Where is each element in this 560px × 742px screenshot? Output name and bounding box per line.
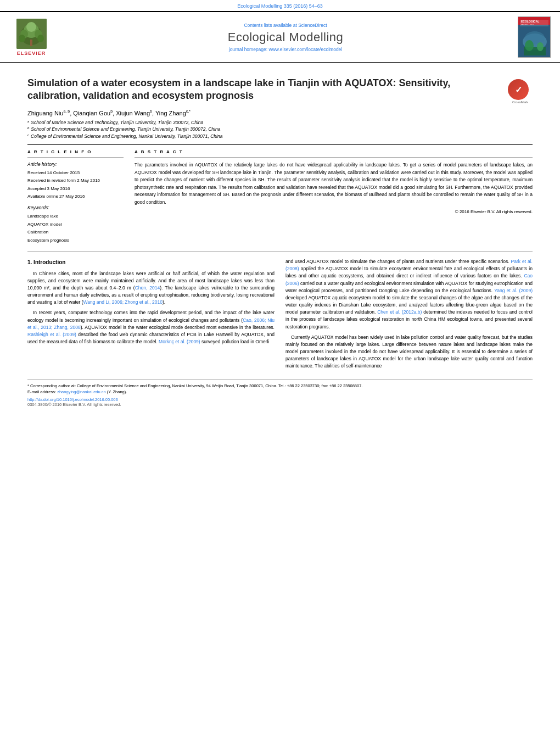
keyword-1: Landscape lake: [27, 213, 124, 220]
keywords-list: Landscape lake AQUATOX model Calibration…: [27, 213, 124, 244]
history-label: Article history:: [27, 161, 124, 167]
body-right-column: and used AQUATOX model to simulate the c…: [285, 258, 533, 373]
svg-point-18: [537, 42, 544, 51]
doi-copyright: 0304-3800/© 2016 Elsevier B.V. All right…: [27, 402, 121, 407]
affiliation-c: c College of Environmental Science and E…: [27, 133, 533, 140]
journal-cover-image: ECOLOGICAL MODELLING: [515, 16, 553, 58]
article-info-abstract-section: A R T I C L E I N F O Article history: R…: [27, 144, 533, 244]
body-left-column: 1. Introduction In Chinese cities, most …: [27, 258, 275, 373]
email-link[interactable]: zhangying@nankai.edu.cn: [57, 389, 106, 394]
chen-2012-ref[interactable]: Chen et al. (2012a,b): [377, 309, 422, 315]
journal-header: ELSEVIER Contents lists available at Sci…: [0, 11, 560, 63]
abstract-panel: A B S T R A C T The parameters involved …: [135, 149, 533, 244]
yang-2009-ref[interactable]: Yang et al. (2009): [494, 288, 533, 293]
article-title-section: Simulation of a water ecosystem in a lan…: [27, 77, 533, 104]
rashleigh-2009-ref[interactable]: Rashleigh et al. (2009): [27, 332, 76, 337]
corresponding-author-note: * Corresponding author at: College of En…: [27, 383, 533, 389]
email-note: E-mail address: zhangying@nankai.edu.cn …: [27, 389, 533, 395]
svg-point-17: [525, 40, 534, 51]
affiliations: a School of Marine Science and Technolog…: [27, 119, 533, 140]
elsevier-brand-text: ELSEVIER: [17, 51, 46, 56]
chen-2014-ref[interactable]: Chen, 2014: [135, 285, 160, 291]
svg-text:ECOLOGICAL: ECOLOGICAL: [521, 20, 539, 23]
copyright-notice: © 2016 Elsevier B.V. All rights reserved…: [135, 209, 533, 214]
journal-citation: Ecological Modelling 335 (2016) 54–63: [0, 0, 560, 11]
svg-point-7: [19, 35, 25, 42]
article-title: Simulation of a water ecosystem in a lan…: [27, 77, 502, 103]
article-info-panel: A R T I C L E I N F O Article history: R…: [27, 149, 124, 244]
affiliation-a: a School of Marine Science and Technolog…: [27, 119, 533, 126]
body-content: 1. Introduction In Chinese cities, most …: [0, 258, 560, 373]
journal-homepage-link[interactable]: journal homepage: www.elsevier.com/locat…: [56, 47, 515, 52]
wang-li-2006-ref[interactable]: Wang and Li, 2006; Zhong et al., 2010: [83, 299, 163, 305]
history-dates: Received 14 October 2015 Received in rev…: [27, 169, 124, 201]
intro-para2: In recent years, computer technology com…: [27, 309, 275, 345]
citation-text: Ecological Modelling 335 (2016) 54–63: [237, 3, 323, 9]
abstract-title: A B S T R A C T: [135, 149, 533, 154]
authors-line: Zhiguang Niua, b, Qianqian Goub, Xiujun …: [27, 109, 533, 116]
intro-para3: and used AQUATOX model to simulate the c…: [285, 258, 533, 331]
email-label: E-mail address:: [27, 389, 56, 394]
elsevier-logo: ELSEVIER: [7, 19, 56, 56]
crossmark-label: CrossMark: [508, 101, 533, 104]
svg-point-3: [26, 22, 36, 32]
doi-section: http://dx.doi.org/10.1016/j.ecolmodel.20…: [0, 395, 560, 408]
crossmark-icon: ✓: [508, 79, 529, 100]
svg-text:MODELLING: MODELLING: [521, 24, 534, 26]
keyword-4: Ecosystem prognosis: [27, 237, 124, 244]
intro-para1: In Chinese cities, most of the landscape…: [27, 270, 275, 306]
article-content: Simulation of a water ecosystem in a lan…: [0, 63, 560, 244]
cover-thumbnail: ECOLOGICAL MODELLING: [518, 16, 551, 58]
morknc-2009-ref[interactable]: Morknç et al. (2009): [159, 339, 200, 344]
svg-point-8: [37, 35, 44, 42]
svg-rect-10: [518, 17, 551, 25]
crossmark-badge[interactable]: ✓ CrossMark: [508, 79, 533, 104]
park-2008-ref[interactable]: Park et al. (2008): [285, 259, 533, 271]
elsevier-tree-icon: [16, 19, 47, 49]
keyword-2: AQUATOX model: [27, 221, 124, 228]
email-suffix: (Y. Zhang).: [107, 389, 127, 394]
abstract-text: The parameters involved in AQUATOX of th…: [135, 161, 533, 207]
intro-para4: Currently AQUATOX model has been widely …: [285, 334, 533, 370]
received-date: Received 14 October 2015: [27, 169, 124, 177]
doi-link[interactable]: http://dx.doi.org/10.1016/j.ecolmodel.20…: [27, 397, 118, 402]
keywords-label: Keywords:: [27, 205, 124, 210]
intro-heading: 1. Introduction: [27, 258, 275, 267]
footnotes-section: * Corresponding author at: College of En…: [27, 379, 533, 395]
affiliation-b: b School of Environmental Science and En…: [27, 126, 533, 133]
sciencedirect-link[interactable]: Contents lists available at ScienceDirec…: [56, 23, 515, 28]
journal-title: Ecological Modelling: [56, 30, 515, 44]
cao-2006-ref2[interactable]: Cao (2006): [285, 273, 533, 286]
revised-date: Received in revised form 2 May 2016: [27, 177, 124, 185]
cao-2006-ref1[interactable]: Cao, 2006; Niu et al., 2013; Zhang, 2008: [27, 317, 275, 330]
journal-center: Contents lists available at ScienceDirec…: [56, 23, 515, 52]
article-info-title: A R T I C L E I N F O: [27, 149, 124, 154]
accepted-date: Accepted 3 May 2016: [27, 185, 124, 193]
online-date: Available online 27 May 2016: [27, 193, 124, 200]
keyword-3: Calibration: [27, 228, 124, 236]
svg-rect-4: [30, 40, 32, 46]
